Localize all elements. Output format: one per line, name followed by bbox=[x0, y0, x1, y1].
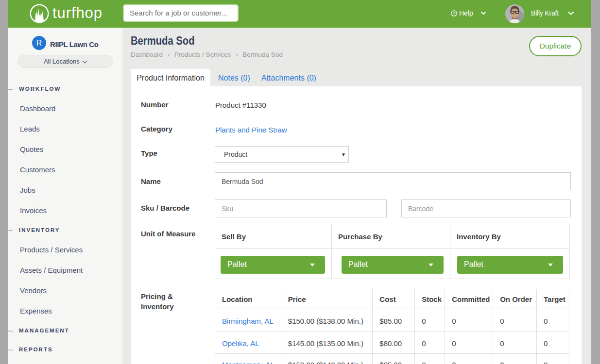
svg-text:?: ? bbox=[453, 11, 455, 16]
